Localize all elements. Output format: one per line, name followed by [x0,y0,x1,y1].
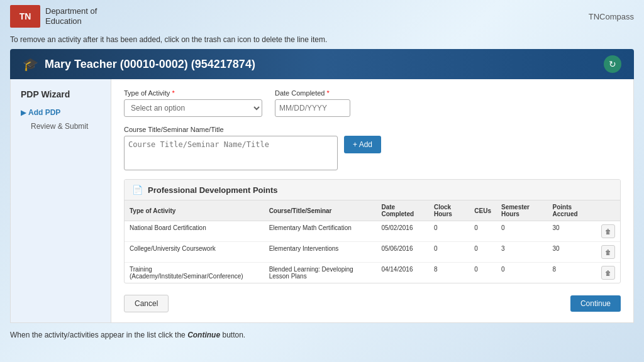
sidebar-item-review-label: Review & Submit [31,122,88,131]
type-of-activity-group: Type of Activity * Select an option [124,89,262,117]
delete-button[interactable]: 🗑 [601,266,615,280]
table-cell-3: 8 [429,263,469,283]
table-cell-2: 05/02/2016 [376,221,429,242]
bottom-bold: Continue [187,331,220,339]
table-cell-6: 30 [548,242,596,263]
sidebar: PDP Wizard ▶ Add PDP Review & Submit [11,79,111,322]
table-row: National Board CertificationElementary M… [125,221,620,242]
table-cell-6: 30 [548,221,596,242]
pdp-table: Type of Activity Course/Title/Seminar Da… [125,200,620,283]
course-title-label: Course Title/Seminar Name/Title [124,126,621,133]
logo-text: Department of Education [45,6,97,26]
col-date: Date Completed [376,200,429,221]
date-completed-label: Date Completed * [275,89,350,97]
form-top-row: Type of Activity * Select an option Date… [124,89,621,117]
logo-box: TN [10,5,40,28]
table-header-row: Type of Activity Course/Title/Seminar Da… [125,200,620,221]
logo-area: TN Department of Education [10,5,97,28]
pdp-doc-icon: 📄 [132,185,143,195]
table-row: College/University CourseworkElementary … [125,242,620,263]
bottom-text: When the activity/activities appear in t… [0,323,644,344]
col-points: Points Accrued [548,200,596,221]
logo-title: Education [45,16,97,26]
main-content: PDP Wizard ▶ Add PDP Review & Submit Typ… [10,79,634,323]
table-action-cell: 🗑 [596,242,620,263]
table-cell-2: 04/14/2016 [376,263,429,283]
table-cell-2: 05/06/2016 [376,242,429,263]
course-row: + Add [124,136,621,170]
bottom-suffix: button. [220,331,245,339]
date-completed-input[interactable] [275,99,350,117]
top-bar: TN Department of Education TNCompass [0,0,644,33]
sidebar-item-add-pdp-label: Add PDP [28,108,60,117]
graduation-icon: 🎓 [23,57,38,72]
table-cell-4: 0 [469,242,496,263]
col-actions [596,200,620,221]
bottom-prefix: When the activity/activities appear in t… [10,331,187,339]
table-cell-3: 0 [429,221,469,242]
date-completed-group: Date Completed * [275,89,350,117]
table-action-cell: 🗑➤ [596,221,620,242]
action-row: Cancel Continue [124,292,621,312]
instruction-text: To remove an activity after it has been … [0,33,644,49]
table-cell-6: 8 [548,263,596,283]
table-action-cell: 🗑 [596,263,620,283]
table-cell-1: Blended Learning: Developing Lesson Plan… [264,263,377,283]
table-cell-5: 0 [496,263,548,283]
form-area: Type of Activity * Select an option Date… [111,79,633,322]
table-cell-0: Training (Academy/Institute/Seminar/Conf… [125,263,264,283]
sidebar-title: PDP Wizard [21,89,101,99]
add-button[interactable]: + Add [344,136,381,153]
sidebar-item-add-pdp[interactable]: ▶ Add PDP [21,106,101,119]
cancel-button[interactable]: Cancel [124,295,169,312]
col-type: Type of Activity [125,200,264,221]
sidebar-arrow-icon: ▶ [21,109,26,117]
table-cell-1: Elementary Interventions [264,242,377,263]
table-cell-4: 0 [469,221,496,242]
col-semester: Semester Hours [496,200,548,221]
pdp-section: 📄 Professional Development Points Type o… [124,179,621,283]
logo-letters: TN [19,11,31,21]
table-cell-0: National Board Certification [125,221,264,242]
table-cell-5: 3 [496,242,548,263]
continue-button[interactable]: Continue [570,295,621,312]
table-cell-0: College/University Coursework [125,242,264,263]
course-section: Course Title/Seminar Name/Title + Add [124,126,621,170]
table-cell-1: Elementary Math Certification [264,221,377,242]
user-header-left: 🎓 Mary Teacher (00010-0002) (954217874) [23,57,255,72]
col-course: Course/Title/Seminar [264,200,377,221]
type-of-activity-label: Type of Activity * [124,89,262,97]
col-ceus: CEUs [469,200,496,221]
table-cell-5: 0 [496,221,548,242]
delete-button[interactable]: 🗑 [601,224,615,238]
pdp-header: 📄 Professional Development Points [125,180,620,200]
refresh-icon[interactable]: ↻ [604,55,621,73]
delete-button[interactable]: 🗑 [601,245,615,259]
table-cell-4: 0 [469,263,496,283]
app-name: TNCompass [589,12,634,21]
sidebar-item-review-submit[interactable]: Review & Submit [21,119,101,133]
user-name: Mary Teacher (00010-0002) (954217874) [45,58,255,71]
pdp-title: Professional Development Points [148,185,278,195]
col-clock: Clock Hours [429,200,469,221]
table-row: Training (Academy/Institute/Seminar/Conf… [125,263,620,283]
course-title-textarea[interactable] [124,136,338,170]
user-header: 🎓 Mary Teacher (00010-0002) (954217874) … [10,49,634,79]
type-of-activity-select[interactable]: Select an option [124,99,262,117]
logo-dept: Department of [45,6,97,16]
table-cell-3: 0 [429,242,469,263]
